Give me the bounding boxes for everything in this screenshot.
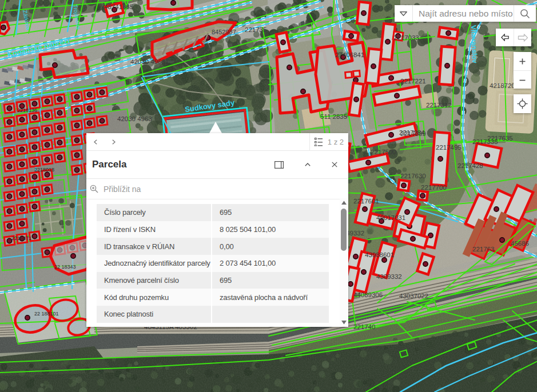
- svg-text:8452987: 8452987: [212, 29, 236, 35]
- svg-text:221740: 221740: [353, 323, 375, 330]
- svg-text:44089306: 44089306: [353, 291, 383, 298]
- svg-text:42030 49631: 42030 49631: [130, 58, 169, 65]
- svg-text:22 188101: 22 188101: [34, 311, 59, 317]
- svg-text:42030 4963: 42030 4963: [117, 115, 152, 122]
- svg-text:2217630: 2217630: [400, 173, 426, 179]
- svg-text:2218018: 2218018: [34, 167, 54, 173]
- svg-text:2217428: 2217428: [458, 162, 483, 169]
- svg-text:2217033: 2217033: [393, 34, 419, 41]
- svg-text:48741665: 48741665: [104, 3, 133, 10]
- svg-text:221735: 221735: [245, 26, 266, 33]
- svg-text:2217601: 2217601: [353, 198, 379, 205]
- svg-text:2217495: 2217495: [436, 144, 462, 151]
- svg-text:221763: 221763: [472, 246, 494, 253]
- svg-text:2217700: 2217700: [421, 184, 447, 191]
- svg-text:43988601: 43988601: [365, 251, 394, 258]
- svg-text:4309332: 4309332: [376, 273, 402, 280]
- svg-text:2217500: 2217500: [371, 149, 396, 155]
- svg-text:2217635: 2217635: [487, 135, 513, 142]
- svg-text:49017031: 49017031: [376, 214, 405, 221]
- svg-text:43037022: 43037022: [399, 293, 428, 299]
- svg-text:22 18343: 22 18343: [54, 264, 76, 270]
- svg-text:2218136: 2218136: [17, 107, 37, 113]
- svg-text:Vltavanslov: Vltavanslov: [470, 25, 479, 63]
- svg-text:2216371: 2216371: [11, 235, 31, 241]
- svg-text:511 2835: 511 2835: [320, 113, 347, 120]
- svg-text:2217284: 2217284: [399, 129, 425, 136]
- svg-text:2217312: 2217312: [426, 102, 452, 109]
- svg-text:2217221: 2217221: [400, 78, 426, 85]
- svg-text:4218720: 4218720: [490, 82, 515, 89]
- svg-text:27406841: 27406841: [335, 51, 364, 58]
- svg-text:45686: 45686: [511, 240, 529, 247]
